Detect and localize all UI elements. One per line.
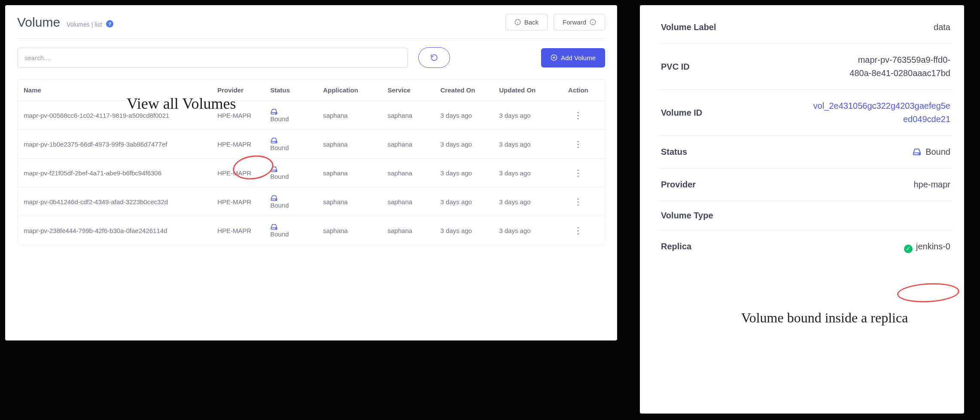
- cell-status: Bound: [264, 101, 317, 130]
- cell-provider: HPE-MAPR: [211, 159, 264, 187]
- cell-service: saphana: [382, 159, 435, 187]
- header-row: Volume Volumes | list ? Back Forward: [17, 14, 605, 31]
- cell-action: ⋮: [552, 101, 605, 130]
- col-application[interactable]: Application: [317, 80, 381, 101]
- disk-icon: [912, 148, 922, 156]
- cell-application: saphana: [317, 101, 381, 130]
- cell-updated-on: 3 days ago: [493, 159, 552, 187]
- cell-action: ⋮: [552, 130, 605, 159]
- title-group: Volume Volumes | list ?: [17, 15, 113, 30]
- forward-button[interactable]: Forward: [554, 14, 605, 31]
- cell-created-on: 3 days ago: [435, 101, 493, 130]
- col-created-on[interactable]: Created On: [435, 80, 493, 101]
- detail-replica: Replica ✓jenkins-0: [659, 230, 952, 263]
- svg-point-18: [276, 228, 276, 229]
- cell-updated-on: 3 days ago: [493, 216, 552, 245]
- add-volume-button[interactable]: Add Volume: [541, 48, 605, 67]
- table-row[interactable]: mapr-pv-00568cc6-1c02-4117-9819-a509cd8f…: [18, 101, 605, 130]
- back-button[interactable]: Back: [505, 14, 548, 31]
- detail-volume-label: Volume Label data: [659, 18, 952, 44]
- breadcrumb: Volumes | list ?: [67, 21, 113, 29]
- plus-circle-icon: [551, 54, 557, 61]
- disk-icon: [270, 108, 278, 115]
- cell-name: mapr-pv-00568cc6-1c02-4117-9819-a509cd8f…: [18, 101, 211, 130]
- svg-point-14: [276, 171, 276, 171]
- disk-icon: [270, 195, 278, 201]
- svg-point-16: [276, 199, 276, 200]
- cell-status: Bound: [264, 159, 317, 187]
- cell-name: mapr-pv-1b0e2375-66df-4973-99f9-3ab86d74…: [18, 130, 211, 159]
- cell-updated-on: 3 days ago: [493, 130, 552, 159]
- cell-provider: HPE-MAPR: [211, 101, 264, 130]
- cell-service: saphana: [382, 187, 435, 216]
- col-service[interactable]: Service: [382, 80, 435, 101]
- cell-name: mapr-pv-f21f05df-2bef-4a71-abe9-b6fbc94f…: [18, 159, 211, 187]
- cell-status: Bound: [264, 216, 317, 245]
- detail-pvc-id: PVC ID mapr-pv-763559a9-ffd0-480a-8e41-0…: [659, 44, 952, 90]
- volume-id-link[interactable]: vol_2e431056gc322g4203gaefeg5eed049cde21: [813, 99, 950, 126]
- table-row[interactable]: mapr-pv-f21f05df-2bef-4a71-abe9-b6fbc94f…: [18, 159, 605, 187]
- col-action[interactable]: Action: [552, 80, 605, 101]
- detail-volume-id: Volume ID vol_2e431056gc322g4203gaefeg5e…: [659, 90, 952, 136]
- breadcrumb-current: list: [94, 21, 102, 28]
- cell-application: saphana: [317, 159, 381, 187]
- col-status[interactable]: Status: [264, 80, 317, 101]
- volume-list-panel: Volume Volumes | list ? Back Forward: [5, 5, 617, 340]
- row-actions-menu[interactable]: ⋮: [558, 197, 599, 206]
- row-actions-menu[interactable]: ⋮: [558, 226, 599, 235]
- detail-volume-type: Volume Type: [659, 201, 952, 230]
- table-row[interactable]: mapr-pv-0b41246d-cdf2-4349-afad-3223b0ce…: [18, 187, 605, 216]
- row-actions-menu[interactable]: ⋮: [558, 111, 599, 120]
- cell-status: Bound: [264, 130, 317, 159]
- cell-created-on: 3 days ago: [435, 130, 493, 159]
- cell-created-on: 3 days ago: [435, 216, 493, 245]
- col-name[interactable]: Name: [18, 80, 211, 101]
- cell-provider: HPE-MAPR: [211, 187, 264, 216]
- refresh-icon: [430, 54, 438, 61]
- divider: [17, 38, 605, 39]
- cell-action: ⋮: [552, 187, 605, 216]
- table-header-row: Name Provider Status Application Service…: [18, 80, 605, 101]
- cell-action: ⋮: [552, 216, 605, 245]
- volumes-table: Name Provider Status Application Service…: [17, 79, 605, 245]
- disk-icon: [270, 166, 278, 172]
- cell-service: saphana: [382, 101, 435, 130]
- cell-service: saphana: [382, 216, 435, 245]
- detail-provider: Provider hpe-mapr: [659, 169, 952, 201]
- info-icon: [590, 19, 596, 25]
- svg-point-10: [276, 113, 276, 113]
- col-provider[interactable]: Provider: [211, 80, 264, 101]
- cell-name: mapr-pv-238fe444-799b-42f6-b30a-0fae2426…: [18, 216, 211, 245]
- row-actions-menu[interactable]: ⋮: [558, 140, 599, 148]
- cell-status: Bound: [264, 187, 317, 216]
- detail-status: Status Bound: [659, 136, 952, 169]
- cell-service: saphana: [382, 130, 435, 159]
- cell-created-on: 3 days ago: [435, 187, 493, 216]
- row-actions-menu[interactable]: ⋮: [558, 169, 599, 177]
- cell-provider: HPE-MAPR: [211, 130, 264, 159]
- volume-detail-panel: Volume Label data PVC ID mapr-pv-763559a…: [640, 5, 964, 414]
- refresh-button[interactable]: [418, 47, 450, 68]
- check-circle-icon: ✓: [904, 245, 913, 253]
- breadcrumb-parent[interactable]: Volumes: [67, 21, 90, 28]
- disk-icon: [270, 137, 278, 144]
- help-icon[interactable]: ?: [106, 20, 113, 28]
- table-row[interactable]: mapr-pv-238fe444-799b-42f6-b30a-0fae2426…: [18, 216, 605, 245]
- cell-provider: HPE-MAPR: [211, 216, 264, 245]
- cell-updated-on: 3 days ago: [493, 187, 552, 216]
- info-icon: [514, 19, 521, 25]
- toolbar: Add Volume: [17, 47, 605, 68]
- cell-updated-on: 3 days ago: [493, 101, 552, 130]
- cell-application: saphana: [317, 216, 381, 245]
- col-updated-on[interactable]: Updated On: [493, 80, 552, 101]
- svg-point-20: [919, 153, 919, 154]
- cell-application: saphana: [317, 187, 381, 216]
- page-title: Volume: [17, 15, 60, 30]
- svg-point-12: [276, 142, 276, 142]
- cell-created-on: 3 days ago: [435, 159, 493, 187]
- search-input[interactable]: [17, 48, 408, 68]
- nav-buttons: Back Forward: [505, 14, 605, 31]
- cell-action: ⋮: [552, 159, 605, 187]
- cell-application: saphana: [317, 130, 381, 159]
- table-row[interactable]: mapr-pv-1b0e2375-66df-4973-99f9-3ab86d74…: [18, 130, 605, 159]
